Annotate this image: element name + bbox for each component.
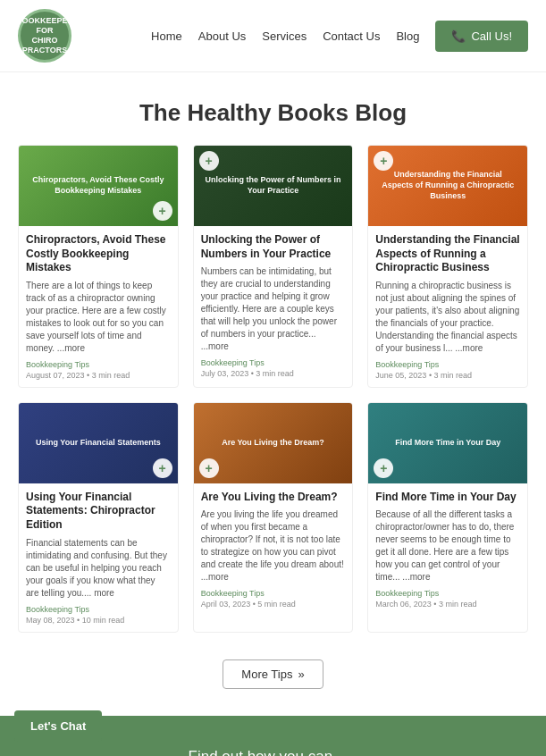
- card-body-6: Find More Time in Your Day Because of al…: [368, 483, 527, 617]
- more-tips-wrap: More Tips »: [0, 651, 546, 716]
- blog-card-6: Find More Time in Your Day + Find More T…: [367, 402, 528, 633]
- more-tips-button[interactable]: More Tips »: [223, 659, 323, 689]
- card-title-3: Understanding the Financial Aspects of R…: [375, 233, 520, 275]
- card-excerpt-1: There are a lot of things to keep track …: [26, 280, 171, 355]
- logo: BOOKKEEPERFORCHIROPRACTORS: [18, 9, 71, 63]
- card-image-label-3: Understanding the Financial Aspects of R…: [374, 166, 522, 205]
- nav-contact[interactable]: Contact Us: [323, 29, 380, 43]
- blog-card-1: Chiropractors, Avoid These Costly Bookke…: [18, 145, 179, 388]
- nav-blog[interactable]: Blog: [396, 29, 419, 43]
- card-excerpt-3: Running a chiropractic business is not j…: [375, 280, 520, 355]
- card-meta-2: July 03, 2023 • 3 min read: [201, 369, 346, 378]
- card-meta-5: April 03, 2023 • 5 min read: [201, 600, 346, 609]
- card-image-label-2: Unlocking the Power of Numbers in Your P…: [199, 172, 348, 199]
- card-image-label-1: Chiropractors, Avoid These Costly Bookke…: [24, 172, 172, 199]
- card-excerpt-2: Numbers can be intimidating, but they ar…: [201, 265, 346, 353]
- card-tag-5: Bookkeeping Tips: [201, 589, 346, 598]
- blog-card-2: Unlocking the Power of Numbers in Your P…: [193, 145, 354, 388]
- phone-icon: 📞: [451, 29, 466, 43]
- card-image-overlay-1: +: [153, 201, 172, 221]
- more-tips-arrow: »: [298, 668, 304, 681]
- navbar: BOOKKEEPERFORCHIROPRACTORS Home About Us…: [0, 0, 546, 72]
- card-image-1: Chiropractors, Avoid These Costly Bookke…: [19, 146, 178, 226]
- card-image-2: Unlocking the Power of Numbers in Your P…: [194, 146, 353, 226]
- card-image-overlay-tl-2: +: [199, 151, 219, 171]
- nav-links: Home About Us Services Contact Us Blog 📞…: [151, 21, 528, 52]
- card-excerpt-4: Financial statements can be intimidating…: [26, 537, 171, 600]
- card-title-1: Chiropractors, Avoid These Costly Bookke…: [26, 233, 171, 275]
- card-body-5: Are You Living the Dream? Are you living…: [194, 483, 353, 617]
- card-title-4: Using Your Financial Statements: Chiropr…: [26, 491, 171, 533]
- card-meta-6: March 06, 2023 • 3 min read: [375, 600, 520, 609]
- card-image-3: Understanding the Financial Aspects of R…: [368, 146, 527, 226]
- card-tag-6: Bookkeeping Tips: [375, 589, 520, 598]
- card-meta-4: May 08, 2023 • 10 min read: [26, 616, 171, 625]
- card-title-5: Are You Living the Dream?: [201, 491, 346, 505]
- card-image-overlay-bl-6: +: [374, 458, 393, 478]
- card-tag-3: Bookkeeping Tips: [375, 360, 520, 369]
- nav-services[interactable]: Services: [262, 29, 307, 43]
- card-image-label-4: Using Your Financial Statements: [32, 434, 164, 452]
- card-image-label-5: Are You Living the Dream?: [218, 434, 328, 452]
- more-tips-label: More Tips: [241, 668, 292, 681]
- nav-home[interactable]: Home: [151, 29, 182, 43]
- card-image-5: Are You Living the Dream? +: [194, 403, 353, 483]
- card-tag-2: Bookkeeping Tips: [201, 358, 346, 367]
- logo-text: BOOKKEEPERFORCHIROPRACTORS: [16, 16, 73, 55]
- card-image-overlay-4: +: [153, 458, 172, 478]
- card-tag-1: Bookkeeping Tips: [26, 360, 171, 369]
- call-button[interactable]: 📞 Call Us!: [435, 21, 528, 52]
- card-tag-4: Bookkeeping Tips: [26, 605, 171, 614]
- card-body-2: Unlocking the Power of Numbers in Your P…: [194, 226, 353, 385]
- lets-chat-button[interactable]: Let's Chat: [14, 710, 102, 742]
- blog-grid: Chiropractors, Avoid These Costly Bookke…: [0, 145, 546, 651]
- nav-about[interactable]: About Us: [198, 29, 246, 43]
- card-meta-1: August 07, 2023 • 3 min read: [26, 371, 171, 380]
- card-image-6: Find More Time in Your Day +: [368, 403, 527, 483]
- card-meta-3: June 05, 2023 • 3 min read: [375, 371, 520, 380]
- card-body-3: Understanding the Financial Aspects of R…: [368, 226, 527, 387]
- card-title-6: Find More Time in Your Day: [375, 491, 520, 505]
- logo-area: BOOKKEEPERFORCHIROPRACTORS: [18, 9, 71, 63]
- card-image-overlay-bl-5: +: [199, 458, 219, 478]
- blog-card-3: Understanding the Financial Aspects of R…: [367, 145, 528, 388]
- card-excerpt-5: Are you living the life you dreamed of w…: [201, 508, 346, 584]
- card-body-1: Chiropractors, Avoid These Costly Bookke…: [19, 226, 178, 387]
- card-image-4: Using Your Financial Statements +: [19, 403, 178, 483]
- cta-top-text: Find out how you can . . .: [18, 748, 528, 756]
- card-image-label-6: Find More Time in Your Day: [391, 434, 504, 452]
- card-body-4: Using Your Financial Statements: Chiropr…: [19, 483, 178, 632]
- card-title-2: Unlocking the Power of Numbers in Your P…: [201, 233, 346, 261]
- page-title: The Healthy Books Blog: [0, 72, 546, 145]
- blog-card-4: Using Your Financial Statements + Using …: [18, 402, 179, 633]
- blog-card-5: Are You Living the Dream? + Are You Livi…: [193, 402, 354, 633]
- card-excerpt-6: Because of all the different tasks a chi…: [375, 508, 520, 584]
